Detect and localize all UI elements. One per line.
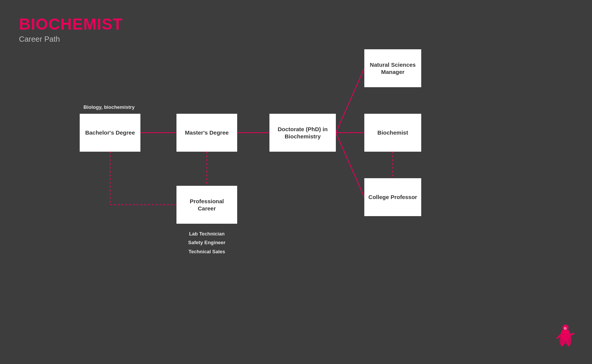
page-title: BIOCHEMIST [19, 15, 123, 33]
college-professor-box: College Professor [364, 178, 421, 216]
sub-item-technical-sales: Technical Sales [176, 247, 237, 256]
sub-item-safety-eng: Safety Engineer [176, 238, 237, 247]
bachelors-degree-box: Bachelor's Degree [80, 114, 140, 152]
header: BIOCHEMIST Career Path [19, 15, 123, 44]
doctorate-box: Doctorate (PhD) in Biochemistry [269, 114, 336, 152]
degree-field-label: Biology, biochemistry [83, 104, 135, 110]
professional-career-box: Professional Career [176, 186, 237, 224]
natural-sciences-box: Natural Sciences Manager [364, 49, 421, 87]
masters-degree-box: Master's Degree [176, 114, 237, 152]
svg-line-12 [570, 334, 574, 335]
svg-text:G: G [564, 326, 567, 330]
svg-line-2 [336, 68, 364, 133]
career-sub-list: Lab Technician Safety Engineer Technical… [176, 229, 237, 256]
sub-item-lab-tech: Lab Technician [176, 229, 237, 238]
page-subtitle: Career Path [19, 35, 123, 44]
biochemist-box: Biochemist [364, 114, 421, 152]
connections-svg [0, 0, 592, 364]
svg-line-4 [336, 133, 364, 197]
mascot-icon: G [554, 322, 577, 349]
